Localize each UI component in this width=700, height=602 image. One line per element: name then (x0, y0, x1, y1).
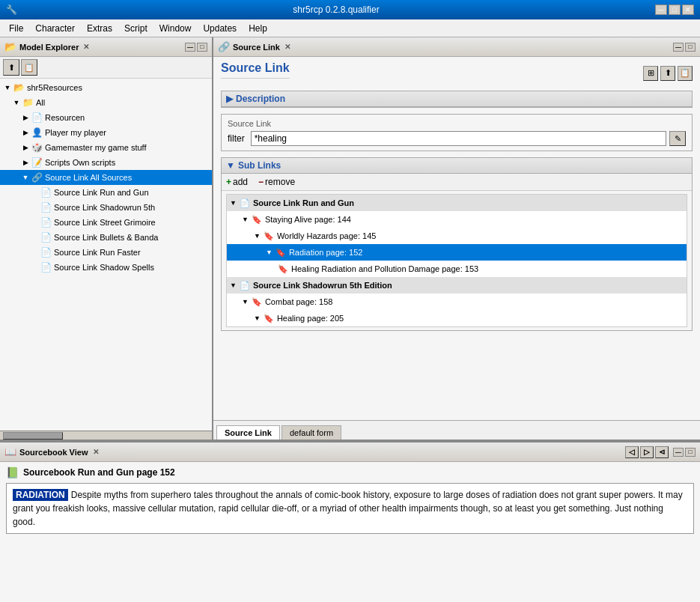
model-explorer-icon: 📂 (4, 41, 16, 52)
tree-item-player[interactable]: ▶ 👤 Player my player (0, 125, 212, 140)
sub-tree-run-gun[interactable]: ▼ 📄 Source Link Run and Gun (227, 195, 687, 211)
tree-item-source-all[interactable]: ▼ 🔗 Source Link All Sources (0, 170, 212, 185)
title-bar: 🔧 shr5rcp 0.2.8.qualifier — □ ✕ (0, 0, 700, 19)
bookmark-icon: 🔖 (264, 314, 274, 323)
sub-tree-healing[interactable]: ▼ 🔖 Healing page: 205 (227, 310, 687, 326)
nav-next-button[interactable]: ▷ (640, 446, 654, 458)
tree-label: All (36, 98, 45, 107)
sub-tree-staying-alive[interactable]: ▼ 🔖 Staying Alive page: 144 (227, 211, 687, 228)
sourcebook-book-title: Sourcebook Run and Gun page 152 (23, 467, 175, 478)
tree-node-label: Worldly Hazards page: 145 (277, 231, 376, 240)
export-button[interactable]: ⬆ (660, 66, 675, 81)
sl-maximize-button[interactable]: □ (685, 43, 696, 52)
model-explorer-panel: 📂 Model Explorer ✕ — □ ⬆ 📋 ▼ 📂 (0, 37, 213, 440)
nav-home-button[interactable]: ⊲ (655, 446, 669, 458)
remove-label: remove (265, 177, 295, 187)
maximize-button[interactable]: □ (669, 4, 681, 15)
nav-prev-button[interactable]: ◁ (625, 446, 639, 458)
sub-links-toolbar: + add − remove (222, 174, 692, 191)
sub-tree-shadowrun5[interactable]: ▼ 📄 Source Link Shadowrun 5th Edition (227, 277, 687, 294)
tree-label: Scripts Own scripts (45, 158, 115, 167)
tree-item-street-grimoire[interactable]: ▶ 📄 Source Link Street Grimoire (0, 215, 212, 230)
remove-button[interactable]: − remove (258, 177, 295, 187)
close-button[interactable]: ✕ (682, 4, 694, 15)
menu-file[interactable]: File (3, 22, 29, 35)
source-link-panel-header: 🔗 Source Link ✕ — □ (213, 37, 700, 57)
explorer-up-button[interactable]: ⬆ (3, 59, 19, 76)
sub-tree-combat[interactable]: ▼ 🔖 Combat page: 158 (227, 294, 687, 310)
expand-collapse-icon: ▼ (230, 199, 237, 207)
sb-maximize-button[interactable]: □ (685, 448, 696, 457)
sub-tree-radiation[interactable]: ▼ 🔖 Radiation page: 152 (227, 244, 687, 261)
tree-node-label: Source Link Run and Gun (253, 198, 354, 207)
sourcebook-view-header: 📖 Sourcebook View ✕ ◁ ▷ ⊲ — □ (0, 443, 700, 462)
tree-item-bullets[interactable]: ▶ 📄 Source Link Bullets & Banda (0, 230, 212, 245)
scrollbar-thumb[interactable] (3, 432, 63, 440)
source-link-group-label: Source Link (228, 119, 686, 128)
sourcebook-navigation: ◁ ▷ ⊲ — □ (625, 446, 696, 458)
sourcebook-text-area: RADIATIONDespite myths from superhero ta… (6, 483, 694, 534)
sb-minimize-button[interactable]: — (673, 448, 684, 457)
menu-updates[interactable]: Updates (197, 22, 243, 35)
add-button[interactable]: + add (226, 177, 248, 187)
tree-label: Source Link Run Faster (54, 248, 141, 257)
sub-tree-worldly-hazards[interactable]: ▼ 🔖 Worldly Hazards page: 145 (227, 228, 687, 244)
menu-character[interactable]: Character (29, 22, 81, 35)
sub-links-header[interactable]: ▼ Sub Links (222, 158, 692, 174)
filter-edit-button[interactable]: ✎ (669, 131, 686, 146)
sl-minimize-button[interactable]: — (673, 43, 684, 52)
expand-icon[interactable]: ▼ (12, 98, 21, 107)
copy-button[interactable]: 📋 (678, 66, 693, 81)
tree-item-resourcen[interactable]: ▶ 📄 Resourcen (0, 110, 212, 125)
minimize-panel-button[interactable]: — (185, 43, 195, 52)
minimize-button[interactable]: — (655, 4, 667, 15)
expand-icon[interactable]: ▼ (3, 83, 12, 92)
collapse-arrow-icon: ▶ (226, 94, 233, 104)
bookmark-icon: 🔖 (264, 231, 274, 241)
tree-item-run-faster[interactable]: ▶ 📄 Source Link Run Faster (0, 245, 212, 260)
tree-item-scripts[interactable]: ▶ 📝 Scripts Own scripts (0, 155, 212, 170)
plus-icon: + (226, 177, 231, 187)
explorer-copy-button[interactable]: 📋 (21, 59, 37, 76)
tree-item-shadow-spells[interactable]: ▶ 📄 Source Link Shadow Spells (0, 260, 212, 275)
tree-node-label: Combat page: 158 (265, 297, 333, 306)
source-link-rg-icon: 📄 (240, 198, 250, 208)
source-link-scroll-area: Source Link ⊞ ⬆ 📋 ▶ Description (213, 57, 700, 420)
menu-script[interactable]: Script (118, 22, 153, 35)
maximize-panel-button[interactable]: □ (197, 43, 207, 52)
filter-label: filter (228, 133, 245, 144)
main-layout: 📂 Model Explorer ✕ — □ ⬆ 📋 ▼ 📂 (0, 37, 700, 602)
expand-icon[interactable]: ▶ (21, 158, 30, 167)
document-icon: 📄 (40, 187, 52, 198)
tree-item-gamemaster[interactable]: ▶ 🎲 Gamemaster my game stuff (0, 140, 212, 155)
tree-item-shr5resources[interactable]: ▼ 📂 shr5Resources (0, 80, 212, 95)
filter-input[interactable] (251, 131, 666, 146)
minus-icon: − (258, 177, 264, 187)
tree-label: Resourcen (45, 113, 85, 122)
sub-tree-healing-radiation[interactable]: 🔖 Healing Radiation and Pollution Damage… (227, 261, 687, 277)
menu-window[interactable]: Window (153, 22, 198, 35)
expand-icon[interactable]: ▶ (21, 128, 30, 137)
close-tab-icon[interactable]: ✕ (83, 43, 89, 51)
horizontal-scrollbar[interactable] (0, 431, 212, 440)
grid-view-button[interactable]: ⊞ (643, 66, 658, 81)
document-icon: 📄 (40, 262, 52, 273)
menu-extras[interactable]: Extras (81, 22, 118, 35)
document-icon: 📄 (31, 112, 43, 123)
tree-item-all[interactable]: ▼ 📁 All (0, 95, 212, 110)
tab-source-link[interactable]: Source Link (216, 425, 280, 440)
tree-item-run-gun[interactable]: ▶ 📄 Source Link Run and Gun (0, 185, 212, 200)
player-icon: 👤 (31, 127, 43, 138)
expand-icon[interactable]: ▼ (21, 173, 30, 182)
description-header[interactable]: ▶ Description (222, 91, 692, 107)
tree-item-shadowrun5[interactable]: ▶ 📄 Source Link Shadowrun 5th (0, 200, 212, 215)
expand-icon[interactable]: ▶ (21, 113, 30, 122)
sub-links-label: Sub Links (238, 160, 281, 171)
tab-default-form[interactable]: default form (281, 425, 341, 440)
source-link-panel-title: Source Link (233, 43, 280, 52)
expand-icon[interactable]: ▶ (21, 143, 30, 152)
close-tab-icon[interactable]: ✕ (93, 448, 99, 456)
sub-links-section: ▼ Sub Links + add − remove (221, 157, 693, 331)
menu-help[interactable]: Help (243, 22, 273, 35)
close-tab-icon[interactable]: ✕ (284, 43, 290, 51)
